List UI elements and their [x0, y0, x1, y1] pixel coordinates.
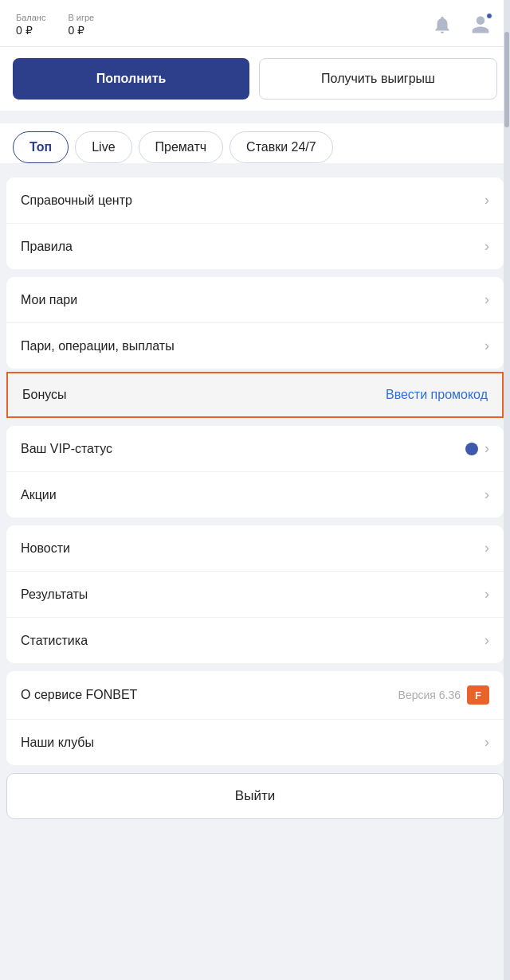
balance-value: 0 ₽ [16, 24, 45, 37]
chevron-icon: › [484, 734, 489, 751]
menu-item-news[interactable]: Новости › [6, 525, 504, 572]
menu-item-promo[interactable]: Акции › [6, 472, 504, 517]
help-label: Справочный центр [21, 193, 132, 208]
help-right: › [484, 192, 489, 209]
vip-dot-icon [465, 443, 478, 455]
chevron-icon: › [484, 192, 489, 209]
chevron-icon: › [484, 440, 489, 457]
tab-live[interactable]: Live [75, 131, 131, 163]
tab-bets247[interactable]: Ставки 24/7 [230, 131, 333, 163]
news-label: Новости [21, 541, 70, 556]
in-game-value: 0 ₽ [68, 24, 94, 37]
tab-prematch[interactable]: Прематч [139, 131, 224, 163]
rules-label: Правила [21, 240, 73, 254]
chevron-icon: › [484, 586, 489, 603]
results-label: Результаты [21, 588, 88, 602]
logout-button[interactable]: Выйти [6, 773, 504, 819]
menu-item-bonuses[interactable]: Бонусы Ввести промокод [6, 372, 504, 418]
in-game-block: В игре 0 ₽ [68, 13, 94, 37]
mybets-label: Мои пари [21, 293, 77, 307]
chevron-icon: › [484, 291, 489, 308]
bonuses-wrapper: Бонусы Ввести промокод [6, 372, 504, 418]
menu-item-about[interactable]: О сервисе FONBET Версия 6.36 F [6, 671, 504, 720]
scrollbar[interactable] [504, 0, 510, 980]
menu-group4: Новости › Результаты › Статистика › [6, 525, 504, 663]
balance-section: Баланс 0 ₽ В игре 0 ₽ [16, 13, 94, 37]
chevron-icon: › [484, 632, 489, 649]
news-right: › [484, 540, 489, 556]
deposit-button[interactable]: Пополнить [13, 58, 249, 100]
menu-item-operations[interactable]: Пари, операции, выплаты › [6, 323, 504, 369]
tabs-section: Топ Live Прематч Ставки 24/7 [0, 123, 510, 163]
menu-item-vip[interactable]: Ваш VIP-статус › [6, 426, 504, 472]
scrollbar-thumb [504, 32, 509, 127]
bonuses-promo-link[interactable]: Ввести промокод [386, 388, 488, 402]
action-buttons: Пополнить Получить выигрыш [0, 47, 510, 111]
header: Баланс 0 ₽ В игре 0 ₽ [0, 0, 510, 47]
vip-right: › [465, 440, 489, 457]
user-dot [486, 13, 492, 19]
operations-right: › [484, 338, 489, 354]
about-label: О сервисе FONBET [21, 688, 137, 702]
mybets-right: › [484, 291, 489, 308]
menu-item-stats[interactable]: Статистика › [6, 618, 504, 663]
vip-label: Ваш VIP-статус [21, 442, 112, 456]
clubs-label: Наши клубы [21, 736, 94, 750]
balance-label: Баланс [16, 13, 45, 22]
promo-right: › [484, 486, 489, 503]
tab-top[interactable]: Топ [13, 131, 69, 163]
menu-group5: О сервисе FONBET Версия 6.36 F Наши клуб… [6, 671, 504, 765]
chevron-icon: › [484, 338, 489, 354]
chevron-icon: › [484, 540, 489, 556]
menu-item-results[interactable]: Результаты › [6, 572, 504, 618]
menu-group2: Мои пари › Пари, операции, выплаты › [6, 277, 504, 369]
gap1 [0, 111, 510, 117]
menu-item-mybets[interactable]: Мои пари › [6, 277, 504, 323]
logout-section: Выйти [6, 773, 504, 819]
chevron-icon: › [484, 238, 489, 255]
user-icon[interactable] [467, 11, 494, 38]
stats-label: Статистика [21, 634, 88, 648]
header-icons [429, 11, 494, 38]
menu-item-rules[interactable]: Правила › [6, 224, 504, 269]
tabs: Топ Live Прематч Ставки 24/7 [13, 131, 497, 163]
bell-icon[interactable] [429, 11, 456, 38]
rules-right: › [484, 238, 489, 255]
withdraw-button[interactable]: Получить выигрыш [259, 58, 497, 100]
menu-item-help[interactable]: Справочный центр › [6, 178, 504, 224]
operations-label: Пари, операции, выплаты [21, 339, 175, 353]
clubs-right: › [484, 734, 489, 751]
fonbet-logo-icon: F [467, 685, 489, 705]
menu-group1: Справочный центр › Правила › [6, 178, 504, 269]
balance-block: Баланс 0 ₽ [16, 13, 45, 37]
stats-right: › [484, 632, 489, 649]
about-right: Версия 6.36 F [398, 685, 489, 705]
bonuses-label: Бонусы [22, 388, 67, 402]
version-text: Версия 6.36 [398, 689, 461, 701]
menu-group3: Ваш VIP-статус › Акции › [6, 426, 504, 517]
promo-label: Акции [21, 488, 57, 502]
gap2 [0, 163, 510, 170]
menu-item-clubs[interactable]: Наши клубы › [6, 720, 504, 765]
results-right: › [484, 586, 489, 603]
chevron-icon: › [484, 486, 489, 503]
in-game-label: В игре [68, 13, 94, 22]
